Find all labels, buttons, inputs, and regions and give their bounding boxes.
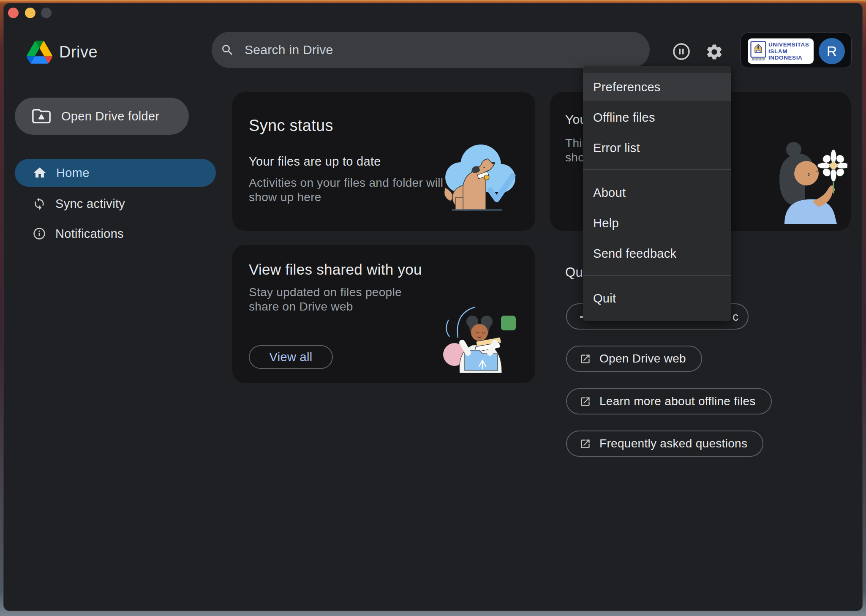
woman-flower-illustration xyxy=(744,134,847,224)
menu-item-about[interactable]: About xyxy=(583,184,731,201)
sync-status-subtitle: Your files are up to date xyxy=(249,155,381,169)
organization-name: UNIVERSITAS ISLAM INDONESIA xyxy=(768,41,809,61)
folder-icon xyxy=(32,108,51,125)
gear-icon xyxy=(705,43,724,61)
menu-divider xyxy=(583,169,731,170)
sync-status-body: Activities on your files and folder will… xyxy=(249,176,443,204)
external-link-icon xyxy=(580,353,591,365)
menu-item-error-list[interactable]: Error list xyxy=(583,139,731,156)
external-link-icon xyxy=(580,438,591,450)
app-title: Drive xyxy=(59,42,98,62)
organization-badge: UNIVERSITAS ISLAM INDONESIA xyxy=(748,38,814,64)
settings-menu: Preferences Offline files Error list Abo… xyxy=(583,66,731,321)
university-shield-icon xyxy=(750,41,766,61)
open-drive-web-button[interactable]: Open Drive web xyxy=(566,346,702,372)
drive-logo-icon xyxy=(27,41,52,64)
learn-offline-files-button[interactable]: Learn more about offline files xyxy=(566,388,772,414)
minimize-window-button[interactable] xyxy=(25,8,35,18)
menu-item-quit[interactable]: Quit xyxy=(583,290,731,307)
open-drive-folder-label: Open Drive folder xyxy=(61,109,159,123)
external-link-icon xyxy=(580,396,591,407)
sidebar-item-label: Home xyxy=(56,166,90,180)
pause-sync-button[interactable] xyxy=(672,42,691,61)
sync-icon xyxy=(33,197,46,210)
sync-status-title: Sync status xyxy=(249,116,333,135)
menu-item-preferences[interactable]: Preferences xyxy=(583,79,731,95)
app-window: Drive xyxy=(3,3,863,611)
faq-button[interactable]: Frequently asked questions xyxy=(566,431,763,457)
sync-status-card: Sync status Your files are up to date Ac… xyxy=(232,92,535,231)
dog-cloud-illustration xyxy=(438,134,521,218)
pause-icon xyxy=(672,42,691,61)
menu-item-help[interactable]: Help xyxy=(583,215,731,232)
quick-links-heading: Qu xyxy=(565,265,583,280)
menu-divider xyxy=(583,275,731,276)
avatar[interactable]: R xyxy=(819,38,845,64)
search-input[interactable] xyxy=(245,32,625,68)
faq-label: Frequently asked questions xyxy=(599,437,747,450)
sidebar-item-notifications[interactable]: Notifications xyxy=(15,220,216,248)
sidebar-item-sync-activity[interactable]: Sync activity xyxy=(15,190,216,218)
shared-files-illustration xyxy=(438,300,519,373)
settings-button[interactable] xyxy=(705,43,724,61)
info-icon xyxy=(33,227,46,240)
open-drive-folder-button[interactable]: Open Drive folder xyxy=(15,98,189,135)
sidebar-item-home[interactable]: Home xyxy=(15,159,216,187)
zoom-window-button[interactable] xyxy=(41,8,52,18)
sidebar-item-label: Sync activity xyxy=(55,197,125,211)
shared-card-body: Stay updated on files people share on Dr… xyxy=(249,285,402,314)
open-drive-web-label: Open Drive web xyxy=(599,352,686,365)
close-window-button[interactable] xyxy=(8,8,19,18)
menu-item-offline-files[interactable]: Offline files xyxy=(583,109,731,126)
shared-files-card: View files shared with you Stay updated … xyxy=(232,245,535,383)
account-chip[interactable]: UNIVERSITAS ISLAM INDONESIA R xyxy=(741,33,852,68)
desktop-wallpaper: Drive xyxy=(0,0,866,616)
search-bar xyxy=(212,32,650,68)
view-all-button[interactable]: View all xyxy=(249,345,333,369)
search-icon xyxy=(221,43,234,57)
sidebar-item-label: Notifications xyxy=(55,227,124,241)
learn-offline-files-label: Learn more about offline files xyxy=(599,395,756,408)
menu-item-send-feedback[interactable]: Send feedback xyxy=(583,245,731,262)
home-icon xyxy=(33,166,47,180)
quick-link-hidden-label: c xyxy=(733,310,738,324)
shared-card-title: View files shared with you xyxy=(249,260,422,279)
